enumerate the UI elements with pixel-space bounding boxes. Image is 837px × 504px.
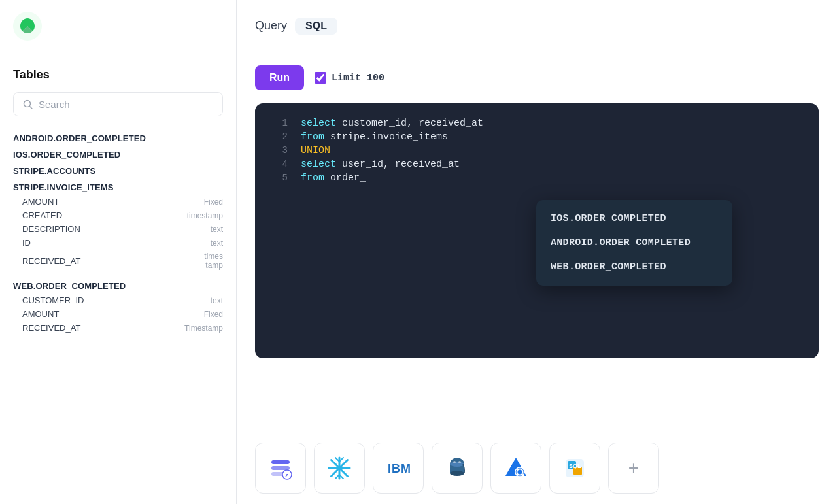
code-area: 1 select customer_id, received_at 2 from… xyxy=(255,116,819,185)
field-row: RECEIVED_AT Timestamp xyxy=(22,321,223,335)
field-row: RECEIVED_AT timestamp xyxy=(22,250,223,272)
field-type: timestamp xyxy=(204,252,223,270)
field-type: Fixed xyxy=(204,197,223,207)
add-db-button[interactable]: + xyxy=(608,443,659,494)
sidebar-content: Tables ANDROID.ORDER_COMPLETED IOS.ORDER… xyxy=(0,52,236,504)
field-type: Fixed xyxy=(204,310,223,319)
db-icon-ibm[interactable]: IBM xyxy=(373,443,424,494)
db-icon-bigquery[interactable] xyxy=(490,443,541,494)
field-type: text xyxy=(211,296,223,305)
line-number: 4 xyxy=(268,159,288,169)
line-number: 2 xyxy=(268,131,288,142)
field-name: AMOUNT xyxy=(22,309,59,319)
svg-point-16 xyxy=(337,466,341,470)
code-text: UNION xyxy=(301,145,330,156)
line-number: 3 xyxy=(268,145,288,156)
table-item-ios-order[interactable]: IOS.ORDER_COMPLETED xyxy=(13,146,223,162)
field-row: AMOUNT Fixed xyxy=(22,195,223,209)
field-row: ID text xyxy=(22,236,223,250)
field-type: timestamp xyxy=(187,211,223,220)
field-row: DESCRIPTION text xyxy=(22,222,223,236)
page-header: Query SQL xyxy=(237,0,837,52)
query-label: Query xyxy=(255,19,287,33)
table-item-android-order[interactable]: ANDROID.ORDER_COMPLETED xyxy=(13,129,223,146)
field-name: RECEIVED_AT xyxy=(22,256,80,266)
search-box[interactable] xyxy=(13,92,223,116)
autocomplete-item-android[interactable]: ANDROID.ORDER_COMPLETED xyxy=(536,231,732,255)
field-type: text xyxy=(211,239,223,248)
svg-point-22 xyxy=(453,461,456,463)
svg-line-2 xyxy=(30,106,33,109)
autocomplete-dropdown: IOS.ORDER_COMPLETED ANDROID.ORDER_COMPLE… xyxy=(536,200,732,286)
field-name: RECEIVED_AT xyxy=(22,323,80,333)
stripe-invoice-fields: AMOUNT Fixed CREATED timestamp DESCRIPTI… xyxy=(13,195,223,272)
code-line-5: 5 from order_ xyxy=(255,171,819,185)
svg-text:IBM: IBM xyxy=(388,462,411,475)
table-item-web-order[interactable]: WEB.ORDER_COMPLETED xyxy=(13,277,223,294)
field-row: AMOUNT Fixed xyxy=(22,307,223,321)
tables-heading: Tables xyxy=(13,68,223,82)
field-name: DESCRIPTION xyxy=(22,224,80,234)
tables-list: ANDROID.ORDER_COMPLETED IOS.ORDER_COMPLE… xyxy=(13,129,223,335)
autocomplete-item-ios[interactable]: IOS.ORDER_COMPLETED xyxy=(536,207,732,231)
line-number: 5 xyxy=(268,173,288,183)
db-bar: ↗ IBM xyxy=(237,432,837,504)
snowflake-icon xyxy=(326,455,352,481)
sql-badge: SQL xyxy=(295,18,337,35)
svg-rect-3 xyxy=(271,460,290,464)
limit-checkbox[interactable] xyxy=(315,72,326,84)
bigquery-icon xyxy=(503,455,529,481)
svg-point-21 xyxy=(450,462,464,467)
svg-rect-4 xyxy=(271,466,290,470)
toolbar: Run Limit 100 xyxy=(237,52,837,103)
db-icon-retool[interactable]: ↗ xyxy=(255,443,306,494)
svg-point-20 xyxy=(450,471,464,476)
field-name: CUSTOMER_ID xyxy=(22,295,84,305)
db-icon-snowflake[interactable] xyxy=(314,443,365,494)
app-logo xyxy=(13,12,42,41)
code-line-3: 3 UNION xyxy=(255,144,819,158)
code-text: select customer_id, received_at xyxy=(301,118,483,129)
limit-label: Limit 100 xyxy=(332,73,384,84)
svg-text:↗: ↗ xyxy=(284,473,289,479)
field-name: CREATED xyxy=(22,210,62,220)
limit-row: Limit 100 xyxy=(315,72,384,84)
autocomplete-item-web[interactable]: WEB.ORDER_COMPLETED xyxy=(536,255,732,279)
field-name: AMOUNT xyxy=(22,197,59,207)
field-row: CUSTOMER_ID text xyxy=(22,294,223,307)
logo-area xyxy=(0,0,236,52)
db-icon-postgresql[interactable] xyxy=(432,443,483,494)
table-item-stripe-accounts[interactable]: STRIPE.ACCOUNTS xyxy=(13,162,223,178)
db-icon-sqlserver[interactable]: SQL xyxy=(549,443,600,494)
field-type: text xyxy=(211,225,223,234)
field-type: Timestamp xyxy=(184,324,223,333)
code-line-4: 4 select user_id, received_at xyxy=(255,158,819,171)
web-order-fields: CUSTOMER_ID text AMOUNT Fixed RECEIVED_A… xyxy=(13,294,223,335)
code-line-2: 2 from stripe.invoice_items xyxy=(255,130,819,144)
field-row: CREATED timestamp xyxy=(22,209,223,222)
sidebar: Tables ANDROID.ORDER_COMPLETED IOS.ORDER… xyxy=(0,0,237,504)
search-icon xyxy=(23,99,33,110)
code-line-1: 1 select customer_id, received_at xyxy=(255,116,819,130)
postgresql-icon xyxy=(444,455,470,481)
code-editor[interactable]: 1 select customer_id, received_at 2 from… xyxy=(255,103,819,358)
search-input[interactable] xyxy=(39,99,213,110)
ibm-icon: IBM xyxy=(385,455,411,481)
code-text: from stripe.invoice_items xyxy=(301,131,448,143)
sqlserver-icon: SQL xyxy=(562,455,588,481)
retool-db-icon: ↗ xyxy=(267,455,294,481)
code-text: from order_ xyxy=(301,173,366,184)
run-button[interactable]: Run xyxy=(255,65,304,90)
field-name: ID xyxy=(22,238,31,248)
main-panel: Query SQL Run Limit 100 1 select custome… xyxy=(237,0,837,504)
svg-point-23 xyxy=(458,461,461,463)
svg-text:SQL: SQL xyxy=(569,463,581,469)
code-text: select user_id, received_at xyxy=(301,159,460,170)
line-number: 1 xyxy=(268,118,288,128)
table-item-stripe-invoice[interactable]: STRIPE.INVOICE_ITEMS xyxy=(13,178,223,195)
